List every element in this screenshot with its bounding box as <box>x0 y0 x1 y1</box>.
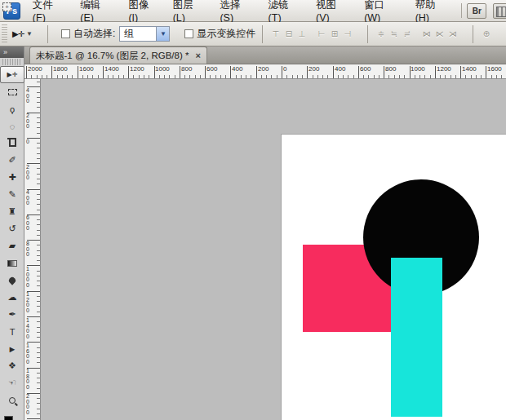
auto-select-checkbox[interactable] <box>61 29 70 38</box>
history-brush-tool[interactable]: ↺ <box>0 220 24 237</box>
options-bar-grip[interactable] <box>2 24 7 44</box>
menu-bar: Ps 文件(F)编辑(E)图像(I)图层(L)选择(S)滤镜(T)视图(V)窗口… <box>0 0 506 22</box>
ruler-tick <box>251 75 251 78</box>
ruler-tick <box>210 75 211 78</box>
ruler-tick <box>144 75 144 78</box>
blur-tool[interactable] <box>0 272 24 289</box>
ruler-tick <box>333 66 334 78</box>
menu-item-1[interactable]: 编辑(E) <box>73 1 121 21</box>
menu-items: 文件(F)编辑(E)图像(I)图层(L)选择(S)滤镜(T)视图(V)窗口(W)… <box>25 1 457 21</box>
ruler-label: 200 <box>258 65 269 73</box>
ruler-label: 400 <box>26 190 32 206</box>
align-right-edges-icon[interactable]: ⊣ <box>341 28 353 41</box>
move-tool-icon: ▶✛ <box>12 29 24 38</box>
rectangular-marquee-tool-icon <box>8 89 17 95</box>
menu-item-3[interactable]: 图层(L) <box>166 1 213 21</box>
ruler-tick <box>195 75 196 78</box>
ruler-label: 1600 <box>487 65 502 73</box>
rectangular-marquee-tool[interactable] <box>0 83 24 100</box>
auto-select-target-dropdown[interactable]: 组 ▼ <box>119 26 170 42</box>
hand-tool[interactable]: ☜ <box>0 374 24 391</box>
menu-item-5[interactable]: 滤镜(T) <box>261 1 308 21</box>
distribute-vertical-centers-icon[interactable]: ≒ <box>388 28 400 41</box>
menu-item-7[interactable]: 窗口(W) <box>357 1 408 21</box>
menu-item-8[interactable]: 帮助(H) <box>408 1 457 21</box>
move-tool[interactable]: ▶✛ <box>0 66 24 83</box>
zoom-tool[interactable] <box>0 391 24 409</box>
ruler-tick <box>47 75 47 78</box>
ruler-tick <box>37 168 40 169</box>
menu-item-2[interactable]: 图像(I) <box>121 1 165 21</box>
type-tool[interactable]: T <box>0 323 24 340</box>
collapse-panel-button[interactable]: » <box>0 46 24 58</box>
distribute-top-edges-icon[interactable]: ≑ <box>375 28 387 41</box>
spot-healing-brush-tool[interactable]: ✚ <box>0 169 24 186</box>
ruler-tick <box>353 75 354 78</box>
foreground-color-swatch[interactable] <box>4 416 13 420</box>
tool-options-bar: ▶✛ ▼ 自动选择: 组 ▼ 显示变换控件 ⊤⊟⊥⊢⊞⊣≑≒≓⋈⋉⋊⊕ <box>0 22 506 46</box>
ruler-tick <box>256 66 257 78</box>
align-horizontal-centers-icon[interactable]: ⊞ <box>328 28 340 41</box>
ruler-tick <box>37 174 40 175</box>
ruler-tick <box>236 75 237 78</box>
align-bottom-edges-icon[interactable]: ⊥ <box>295 28 308 41</box>
menu-item-0[interactable]: 文件(F) <box>25 1 73 21</box>
menu-item-4[interactable]: 选择(S) <box>212 1 260 21</box>
document-tab[interactable]: 未标题-1 @ 16.7% (图层 2, RGB/8) * × <box>29 46 207 64</box>
chevron-down-icon: ▼ <box>26 30 33 38</box>
ruler-tick <box>37 194 40 195</box>
custom-shape-tool[interactable]: ❖ <box>0 357 24 374</box>
ruler-label: 200 <box>308 65 319 73</box>
pen-tool[interactable]: ✒ <box>0 306 24 323</box>
document-canvas[interactable] <box>281 134 506 420</box>
path-selection-tool[interactable]: ► <box>0 340 24 357</box>
ruler-tick <box>455 75 456 78</box>
ruler-tick <box>220 75 221 78</box>
gradient-tool-icon <box>7 260 17 267</box>
distribute-bottom-edges-icon[interactable]: ≓ <box>401 28 413 41</box>
sponge-tool[interactable]: ☁ <box>0 289 24 306</box>
ruler-tick <box>374 75 375 78</box>
align-left-edges-icon[interactable]: ⊢ <box>315 28 327 41</box>
ruler-tick <box>37 102 40 103</box>
show-transform-controls-label: 显示变换控件 <box>197 27 255 41</box>
auto-align-layers-icon[interactable]: ⊕ <box>480 28 492 41</box>
lasso-tool[interactable]: ϙ <box>0 100 24 117</box>
ruler-tick <box>113 75 113 78</box>
close-icon[interactable]: × <box>195 51 200 60</box>
launch-bridge-button[interactable]: Br <box>467 3 486 19</box>
distribute-right-edges-icon[interactable]: ⋊ <box>446 28 459 41</box>
gradient-tool[interactable] <box>0 254 24 272</box>
zoom-tool-icon <box>9 397 16 404</box>
align-top-edges-icon[interactable]: ⊤ <box>269 28 282 41</box>
menu-item-6[interactable]: 视图(V) <box>308 1 357 21</box>
align-vertical-centers-icon[interactable]: ⊟ <box>282 28 295 41</box>
distribute-left-edges-icon[interactable]: ⋈ <box>420 28 433 41</box>
ruler-label: 1000 <box>26 267 32 288</box>
panel-grip[interactable] <box>2 59 21 65</box>
crop-tool[interactable] <box>0 135 24 152</box>
eraser-tool[interactable]: ▰ <box>0 237 24 254</box>
horizontal-ruler[interactable]: 2000180016001400120010008006004002000200… <box>24 64 506 79</box>
ruler-tick <box>37 378 40 378</box>
eyedropper-tool[interactable]: ✐ <box>0 152 24 169</box>
show-transform-controls-checkbox[interactable] <box>184 29 193 38</box>
ruler-tick <box>277 75 277 78</box>
ruler-label: 1400 <box>462 65 477 73</box>
ruler-label: 1400 <box>26 318 32 339</box>
quick-selection-tool[interactable]: ◌ <box>0 117 24 135</box>
ruler-tick <box>67 75 68 78</box>
align-distribute-buttons: ⊤⊟⊥⊢⊞⊣≑≒≓⋈⋉⋊⊕ <box>269 25 499 43</box>
ruler-tick <box>415 75 415 78</box>
clone-stamp-tool[interactable]: ♜ <box>0 203 24 220</box>
tool-preset-picker[interactable]: ▶✛ ▼ <box>12 29 33 38</box>
ruler-label: 0 <box>283 65 286 73</box>
ruler-origin-icon[interactable]: + <box>2 2 11 11</box>
brush-tool[interactable]: ✎ <box>0 186 24 203</box>
workspace-switcher-icon[interactable] <box>493 3 506 19</box>
ruler-tick <box>404 75 405 78</box>
ruler-tick <box>496 75 497 78</box>
vertical-ruler[interactable]: 6004002000200400600800100012001400160018… <box>24 79 41 420</box>
ruler-tick <box>241 75 242 78</box>
distribute-horizontal-centers-icon[interactable]: ⋉ <box>433 28 446 41</box>
